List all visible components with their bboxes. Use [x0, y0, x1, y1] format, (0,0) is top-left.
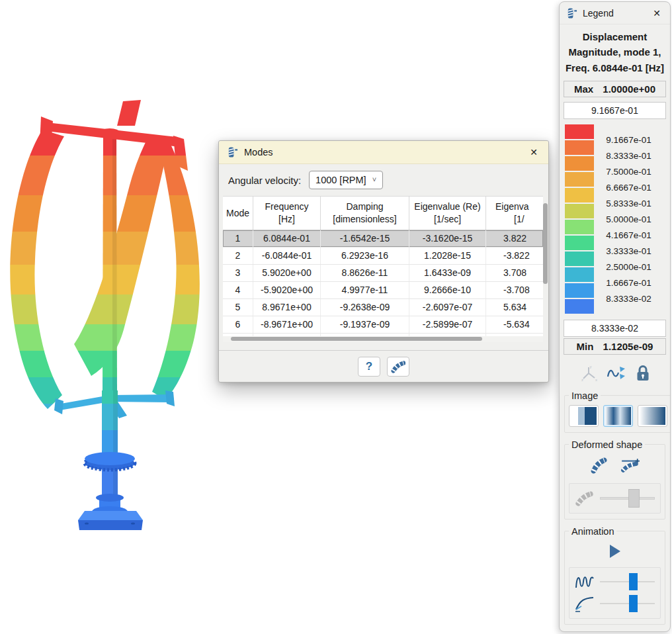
colorbar-tick-label: 7.5000e-01: [594, 165, 663, 178]
table-cell: 1: [223, 230, 253, 247]
table-cell: 4: [223, 282, 253, 298]
horizontal-scrollbar-thumb[interactable]: [231, 337, 482, 341]
lock-icon[interactable]: [635, 365, 651, 382]
colorbar-swatch: [565, 267, 594, 282]
turbine-blade-front: [74, 134, 169, 376]
table-cell: 8.8626e-11: [321, 265, 409, 281]
play-button[interactable]: [610, 545, 620, 558]
table-cell: -6.0844e-01: [253, 248, 321, 264]
table-cell: 5: [223, 299, 253, 316]
table-cell: 4.9977e-11: [321, 282, 409, 298]
mode-shape-plot-icon[interactable]: [607, 365, 626, 382]
application-window: Modes ✕ Angular velocity: 1000 [RPM] ˅ M…: [0, 0, 672, 634]
legend-tool-row: y z x: [560, 363, 670, 384]
column-header[interactable]: Damping[dimensionless]: [321, 197, 409, 230]
legend-help-button[interactable]: ?: [592, 631, 612, 632]
vertical-scrollbar[interactable]: [543, 198, 548, 347]
legend-titlebar[interactable]: Legend ✕: [560, 2, 670, 24]
banded-gradient-icon: [571, 407, 597, 425]
table-cell: 3.708: [486, 265, 543, 281]
colorbar-tick-label: 5.0000e-01: [594, 213, 663, 226]
deformed-shape-toggle-button[interactable]: [387, 357, 409, 377]
animation-sliders-panel: [569, 567, 661, 619]
upper-bound-field[interactable]: 9.1667e-01: [564, 102, 666, 119]
modes-close-button[interactable]: ✕: [527, 146, 540, 158]
colorbar-swatch: [565, 299, 594, 314]
table-row[interactable]: 4-5.9020e+004.9977e-119.2666e-10-3.708: [223, 282, 543, 299]
deformed-beam-disabled-icon: [575, 490, 593, 506]
table-cell: -5.9020e+00: [253, 282, 321, 298]
vertical-scrollbar-thumb[interactable]: [543, 203, 548, 284]
horizontal-scrollbar[interactable]: [223, 336, 543, 342]
column-header[interactable]: Eigenvalue (Re)[1/sec]: [409, 197, 486, 230]
column-header[interactable]: Eigenva[1/: [486, 197, 543, 230]
angular-velocity-select[interactable]: 1000 [RPM] ˅: [309, 171, 383, 189]
svg-text:z: z: [581, 378, 583, 382]
turbine-gear-upper: [85, 452, 135, 465]
legend-close-button[interactable]: ✕: [650, 7, 663, 19]
deformed-beam-button[interactable]: [590, 457, 607, 474]
image-style-smooth-button[interactable]: [603, 405, 633, 427]
deformed-scale-slider[interactable]: [600, 489, 655, 508]
app-coil-icon: [227, 146, 238, 158]
table-row[interactable]: 35.9020e+008.8626e-111.6433e-093.708: [223, 265, 543, 282]
lower-bound-field[interactable]: 8.3333e-02: [564, 320, 666, 337]
table-row[interactable]: 6-8.9671e+00-9.1937e-09-2.5899e-07-5.634: [223, 316, 543, 334]
modes-table[interactable]: ModeFrequency[Hz]Damping[dimensionless]E…: [223, 196, 543, 342]
column-header[interactable]: Mode: [223, 197, 253, 230]
table-row[interactable]: 2-6.0844e-016.2923e-161.2028e-15-3.822: [223, 248, 543, 265]
table-row[interactable]: 16.0844e-01-1.6542e-15-3.1620e-153.822: [223, 230, 543, 248]
table-cell: -9.2638e-09: [321, 299, 409, 316]
slider-handle[interactable]: [629, 573, 638, 590]
turbine-hub-cap: [100, 128, 120, 136]
colorbar-swatch: [565, 188, 594, 203]
table-cell: 3.822: [486, 230, 543, 247]
table-cell: 6: [223, 316, 253, 333]
deformed-scale-button[interactable]: [620, 457, 640, 474]
turbine-blade-left: [10, 130, 64, 409]
turbine-strut-tip-left: [54, 398, 63, 414]
modes-table-body: 16.0844e-01-1.6542e-15-3.1620e-153.8222-…: [223, 230, 543, 342]
turbine-strut-tip-right: [165, 390, 175, 406]
table-row[interactable]: 58.9671e+00-9.2638e-09-2.6097e-075.634: [223, 299, 543, 316]
modes-table-header: ModeFrequency[Hz]Damping[dimensionless]E…: [223, 197, 543, 230]
turbine-mast-shading: [112, 134, 117, 390]
turbine-top-fin: [117, 100, 141, 126]
table-cell: -2.5899e-07: [409, 316, 486, 333]
help-button[interactable]: ?: [358, 357, 380, 377]
image-style-banded-button[interactable]: [569, 405, 599, 427]
help-question-mark: ?: [366, 360, 372, 373]
legend-title: Legend: [583, 8, 614, 19]
svg-text:y: y: [589, 365, 591, 369]
table-cell: -8.9671e+00: [253, 316, 321, 333]
smooth-gradient-icon: [605, 407, 631, 425]
slider-handle[interactable]: [629, 595, 638, 612]
turbine-tower-shading: [113, 390, 118, 511]
animation-amplitude-row: [575, 571, 655, 593]
table-cell: -1.6542e-15: [321, 230, 409, 247]
table-cell: 5.634: [486, 299, 543, 316]
table-cell: -2.6097e-07: [409, 299, 486, 316]
turbine-base-top: [78, 511, 143, 520]
turbine-base-bolt-left: [85, 522, 89, 524]
colorbar-swatch: [565, 220, 594, 234]
colorbar-tick-label: 6.6667e-01: [594, 181, 663, 194]
table-cell: 1.2028e-15: [409, 248, 486, 264]
colorbar-swatch: [565, 236, 594, 250]
colorbar-swatch: [565, 156, 594, 171]
angular-velocity-value: 1000 [RPM]: [315, 175, 366, 185]
animation-amplitude-slider[interactable]: [600, 594, 655, 613]
column-header[interactable]: Frequency[Hz]: [253, 197, 321, 230]
pin-panel-button[interactable]: [618, 631, 638, 632]
modes-title: Modes: [244, 147, 273, 158]
modes-titlebar[interactable]: Modes ✕: [219, 141, 548, 164]
table-cell: -5.634: [486, 316, 543, 333]
slider-handle[interactable]: [628, 489, 640, 508]
image-style-continuous-button[interactable]: [638, 405, 667, 427]
colorbar-swatch: [565, 172, 594, 187]
colorbar-tick-label: 4.1667e-01: [594, 229, 663, 242]
animation-play-row: [569, 538, 661, 566]
deformed-scale-panel: [569, 483, 661, 514]
animation-frequency-slider[interactable]: [600, 572, 655, 591]
deformed-shape-group: Deformed shape: [564, 439, 665, 520]
